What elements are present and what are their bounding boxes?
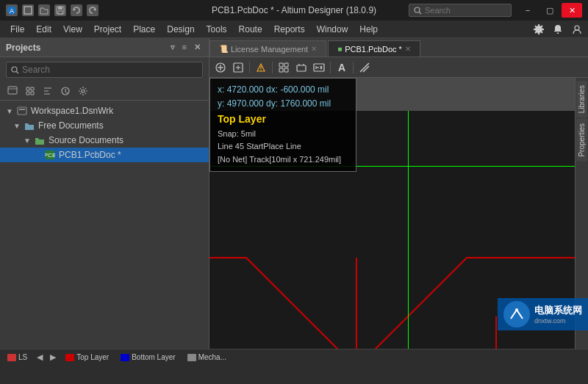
tab-icon-pcb: ■ — [337, 45, 342, 53]
tooltip-dx: dx: -600.000 mil — [266, 84, 329, 95]
canvas-toolbar: A — [209, 57, 588, 78]
layer-bottom-label: Bottom Layer — [132, 353, 175, 361]
layer-ls-button[interactable]: LS — [3, 352, 32, 363]
panel-search-input[interactable] — [22, 65, 198, 75]
tab-close-pcb[interactable]: ✕ — [405, 45, 411, 53]
tooltip-dy: dy: 1760.000 mil — [266, 98, 331, 109]
panel-dock-button[interactable]: ≡ — [180, 42, 189, 53]
title-bar: A PCB1.PcbDoc * - Altium Designer (18.0.… — [0, 0, 588, 21]
tree-item-source-docs[interactable]: ▼ Source Documents — [0, 133, 209, 148]
ct-sep-1 — [249, 62, 250, 73]
tabs-bar: 📜 License Management ✕ ■ PCB1.PcbDoc * ✕ — [209, 38, 588, 57]
new-icon[interactable] — [22, 4, 34, 16]
layer-top-label: Top Layer — [76, 353, 109, 361]
tree-toggle-workspace[interactable]: ▼ — [6, 107, 15, 115]
tab-pcb[interactable]: ■ PCB1.PcbDoc * ✕ — [328, 40, 420, 57]
menu-window[interactable]: Window — [311, 23, 354, 36]
menu-edit[interactable]: Edit — [30, 23, 57, 36]
menu-bar-right — [532, 23, 584, 36]
ct-sep-3 — [330, 62, 331, 73]
tab-close-license[interactable]: ✕ — [311, 45, 317, 53]
layer-bottom-button[interactable]: Bottom Layer — [116, 352, 179, 363]
search-container — [0, 57, 209, 82]
panel-tool-2[interactable] — [22, 84, 38, 98]
svg-line-36 — [363, 66, 369, 72]
svg-point-10 — [575, 26, 579, 30]
menu-project[interactable]: Project — [88, 23, 127, 36]
tree-label-pcb: PCB1.PcbDoc * — [59, 150, 121, 160]
watermark: 电脑系统网 dnxtw.com — [498, 298, 588, 330]
ct-icon-zoom[interactable] — [311, 60, 327, 75]
menu-file[interactable]: File — [4, 23, 30, 36]
svg-rect-2 — [24, 7, 32, 14]
ct-icon-3[interactable] — [253, 60, 269, 75]
layer-top-color — [65, 354, 74, 361]
sidebar-properties[interactable]: Properties — [576, 119, 587, 162]
panel-title: Projects — [6, 43, 40, 53]
panel-close-button[interactable]: ✕ — [192, 42, 203, 53]
menu-route[interactable]: Route — [233, 23, 268, 36]
title-bar-left: A — [6, 4, 98, 16]
tooltip-layer: Top Layer — [218, 111, 348, 127]
tree-item-pcb[interactable]: PCB PCB1.PcbDoc * — [0, 148, 209, 162]
tooltip-line: Line 45 StartPlace Line — [218, 140, 348, 153]
tooltip-net: [No Net] Track[10mil x 721.249mil] — [218, 153, 348, 167]
settings-icon[interactable] — [532, 23, 545, 36]
sidebar-libraries[interactable]: Libraries — [576, 81, 587, 117]
ct-sep-4 — [353, 62, 354, 73]
undo-icon[interactable] — [71, 4, 82, 16]
panel-settings-icon[interactable] — [75, 84, 91, 98]
left-panel: Projects ▿ ≡ ✕ — [0, 38, 209, 349]
menu-design[interactable]: Design — [161, 23, 200, 36]
notification-icon[interactable] — [551, 23, 564, 36]
panel-search-icon — [11, 66, 19, 74]
redo-icon[interactable] — [87, 4, 98, 16]
workspace-icon — [16, 105, 28, 117]
tree-label-free-docs: Free Documents — [38, 120, 104, 131]
minimize-button[interactable]: − — [517, 3, 538, 18]
menu-help[interactable]: Help — [354, 23, 384, 36]
layer-mech-color — [187, 354, 196, 361]
svg-line-12 — [17, 71, 19, 73]
tooltip-x: x: 4720.000 — [218, 84, 264, 95]
search-field[interactable] — [6, 62, 203, 78]
layer-mech-button[interactable]: Mecha... — [183, 352, 231, 363]
maximize-button[interactable]: ▢ — [539, 3, 560, 18]
canvas-area[interactable]: x: 4720.000 dx: -600.000 mil y: 4970.000… — [209, 78, 588, 349]
panel-tool-3[interactable] — [40, 84, 56, 98]
menu-reports[interactable]: Reports — [268, 23, 311, 36]
title-search-box[interactable] — [409, 4, 512, 17]
window-controls: − ▢ ✕ — [517, 3, 582, 18]
menu-place[interactable]: Place — [127, 23, 161, 36]
svg-rect-27 — [297, 65, 306, 71]
title-search-input[interactable] — [425, 6, 498, 15]
ct-icon-grid[interactable] — [276, 60, 292, 75]
save-icon[interactable] — [54, 4, 66, 16]
layer-mech-label: Mecha... — [198, 353, 226, 361]
ct-icon-5[interactable] — [356, 60, 373, 75]
close-button[interactable]: ✕ — [562, 3, 582, 18]
tree-toggle-source-docs[interactable]: ▼ — [24, 137, 32, 145]
svg-text:A: A — [10, 7, 14, 15]
tree-toggle-free-docs[interactable]: ▼ — [13, 122, 22, 130]
window-title: PCB1.PcbDoc * - Altium Designer (18.0.9) — [212, 5, 376, 15]
ct-icon-4[interactable] — [293, 60, 309, 75]
menu-tools[interactable]: Tools — [201, 23, 233, 36]
layer-top-button[interactable]: Top Layer — [61, 352, 113, 363]
ct-icon-text[interactable]: A — [334, 60, 350, 75]
panel-pin-button[interactable]: ▿ — [168, 42, 177, 53]
layer-nav-next[interactable]: ▶ — [48, 352, 58, 362]
svg-rect-13 — [8, 87, 17, 94]
menu-view[interactable]: View — [57, 23, 88, 36]
ct-icon-1[interactable] — [212, 60, 229, 75]
layer-nav-prev[interactable]: ◀ — [35, 352, 45, 362]
ct-icon-2[interactable] — [230, 60, 246, 75]
svg-rect-5 — [58, 11, 62, 14]
user-icon[interactable] — [570, 23, 584, 36]
tree-item-workspace[interactable]: ▼ Workspace1.DsnWrk — [0, 104, 209, 118]
tree-item-free-docs[interactable]: ▼ Free Documents — [0, 118, 209, 133]
panel-tool-4[interactable] — [57, 84, 74, 98]
tab-license-management[interactable]: 📜 License Management ✕ — [209, 40, 326, 57]
open-icon[interactable] — [38, 4, 50, 16]
panel-tool-1[interactable] — [4, 84, 21, 98]
